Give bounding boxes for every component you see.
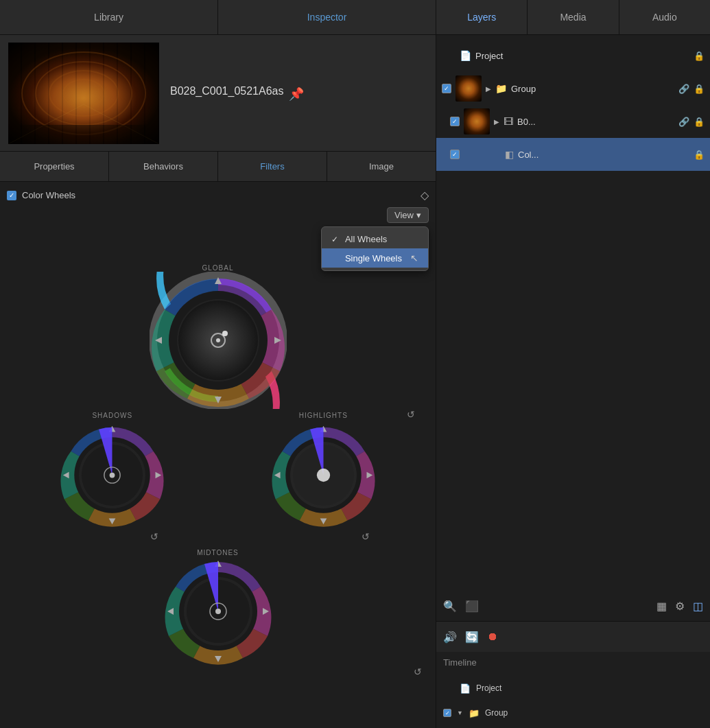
view-dropdown-button[interactable]: View ▾ [387, 207, 429, 223]
layer-b028-name: B0... [517, 117, 674, 127]
b028-expand-icon[interactable]: ▶ [494, 118, 499, 126]
right-panel: 📄 Project 🔒 ✓ ▶ 📁 Group 🔗 🔒 ✓ [436, 35, 710, 728]
diamond-icon: ◇ [421, 189, 429, 202]
layers-list: 📄 Project 🔒 ✓ ▶ 📁 Group 🔗 🔒 ✓ [436, 35, 710, 591]
b028-film-icon: 🎞 [504, 116, 513, 127]
b028-link-icon[interactable]: 🔗 [678, 117, 689, 127]
layer-row-group[interactable]: ✓ ▶ 📁 Group 🔗 🔒 [436, 72, 710, 105]
col-lock-icon[interactable]: 🔒 [694, 150, 705, 160]
layer-row-b028[interactable]: ✓ ▶ 🎞 B0... 🔗 🔒 [436, 105, 710, 138]
tl-project-name: Project [476, 683, 501, 693]
tab-audio[interactable]: Audio [619, 0, 710, 34]
group-folder-icon: 📁 [495, 83, 507, 94]
project-lock-icon[interactable]: 🔒 [694, 51, 705, 61]
tl-project-icon: 📄 [460, 683, 471, 694]
main-content: B028_C001_0521A6as 📌 Properties Behavior… [0, 35, 710, 728]
tab-media[interactable]: Media [528, 0, 619, 34]
layer-col-name: Col... [518, 150, 689, 160]
tl-group-checkbox[interactable]: ✓ [443, 709, 451, 717]
view-dropdown-container: View ▾ ✓ All Wheels Single Wheels ↖ [7, 207, 429, 223]
global-wheel[interactable] [150, 272, 287, 409]
loop-icon[interactable]: 🔄 [465, 631, 479, 644]
timeline-label: Timeline [436, 652, 710, 673]
midtones-label: MIDTONES [197, 549, 239, 556]
tab-properties[interactable]: Properties [0, 152, 109, 181]
cursor-icon: ↖ [410, 253, 418, 263]
global-reset-icon[interactable]: ↺ [407, 409, 415, 420]
preview-thumbnail [8, 43, 159, 144]
grid-toolbar-icon[interactable]: ▦ [656, 600, 667, 613]
shadows-label: SHADOWS [92, 412, 132, 419]
left-panel: B028_C001_0521A6as 📌 Properties Behavior… [0, 35, 436, 728]
b028-lock-icon[interactable]: 🔒 [694, 117, 705, 127]
layer-row-col[interactable]: ✓ ◧ Col... 🔒 [436, 138, 710, 171]
highlights-reset-icon[interactable]: ↺ [362, 531, 370, 542]
preview-area: B028_C001_0521A6as 📌 [0, 35, 436, 152]
svg-point-44 [215, 609, 221, 614]
col-filter-icon: ◧ [505, 149, 514, 160]
tab-inspector[interactable]: Inspector [218, 0, 436, 34]
group-thumb [455, 75, 482, 102]
layers-toolbar: 🔍 ⬛ ▦ ⚙ ◫ [436, 591, 710, 621]
b028-checkbox[interactable]: ✓ [450, 117, 460, 126]
chevron-down-icon: ▾ [416, 210, 421, 220]
timeline-toolbar: 🔊 🔄 ⏺ [436, 622, 710, 652]
top-tab-bar: Library Inspector Layers Media Audio [0, 0, 710, 35]
tab-image[interactable]: Image [327, 152, 436, 181]
record-icon[interactable]: ⏺ [487, 631, 498, 643]
timeline-layers: 📄 Project ✓ ▼ 📁 Group [436, 673, 710, 728]
tab-filters[interactable]: Filters [218, 152, 327, 181]
dropdown-item-single-wheels[interactable]: Single Wheels ↖ [322, 248, 428, 268]
sub-tabs: Properties Behaviors Filters Image [0, 152, 436, 182]
midtones-reset-icon[interactable]: ↺ [414, 666, 422, 677]
speaker-icon[interactable]: 🔊 [443, 631, 457, 644]
shadows-wheel[interactable] [59, 422, 165, 528]
timeline-row-group[interactable]: ✓ ▼ 📁 Group [436, 701, 710, 725]
highlights-wheel[interactable] [270, 422, 377, 528]
group-expand-icon[interactable]: ▶ [486, 85, 491, 93]
color-wheels-header: ✓ Color Wheels ◇ [7, 189, 429, 202]
group-lock-icon[interactable]: 🔒 [694, 84, 705, 94]
svg-rect-7 [8, 125, 159, 144]
group-checkbox[interactable]: ✓ [442, 84, 451, 93]
midtones-wheel[interactable] [163, 556, 273, 666]
tl-group-icon: 📁 [469, 708, 480, 718]
tl-group-expand[interactable]: ▼ [457, 709, 463, 716]
tl-group-name: Group [485, 708, 508, 718]
layer-project-name: Project [475, 51, 689, 61]
rect-toolbar-icon[interactable]: ⬛ [465, 600, 479, 613]
svg-point-17 [216, 338, 220, 342]
checkmark-icon: ✓ [331, 235, 340, 244]
tab-layers[interactable]: Layers [436, 0, 528, 34]
shadows-reset-icon[interactable]: ↺ [150, 531, 158, 542]
tab-behaviors[interactable]: Behaviors [109, 152, 218, 181]
layer-row-project[interactable]: 📄 Project 🔒 [436, 39, 710, 72]
color-wheels-title-text: Color Wheels [22, 190, 75, 200]
project-doc-icon: 📄 [460, 50, 471, 61]
svg-point-18 [222, 331, 228, 336]
global-label: GLOBAL [202, 264, 233, 272]
view-dropdown-menu: ✓ All Wheels Single Wheels ↖ [321, 226, 429, 271]
highlights-label: HIGHLIGHTS [299, 412, 348, 419]
col-checkbox[interactable]: ✓ [450, 150, 460, 159]
search-toolbar-icon[interactable]: 🔍 [443, 600, 457, 613]
b028-thumb [464, 108, 490, 134]
group-link-icon[interactable]: 🔗 [678, 84, 689, 94]
timeline-row-project[interactable]: 📄 Project [436, 676, 710, 701]
color-wheels-checkbox[interactable]: ✓ [7, 191, 16, 200]
stack-toolbar-icon[interactable]: ◫ [693, 600, 703, 613]
dropdown-item-all-wheels[interactable]: ✓ All Wheels [322, 230, 428, 248]
pin-icon[interactable]: 📌 [289, 86, 304, 102]
timeline-section: 🔊 🔄 ⏺ Timeline 📄 Project ✓ ▼ 📁 Group [436, 621, 710, 728]
layer-group-name: Group [511, 84, 674, 94]
svg-point-27 [110, 473, 115, 478]
gear-toolbar-icon[interactable]: ⚙ [675, 600, 685, 613]
preview-title-text: B028_C001_0521A6as [170, 85, 283, 97]
color-wheels-panel: ✓ Color Wheels ◇ View ▾ ✓ All Wheels [0, 182, 436, 728]
tab-library[interactable]: Library [0, 0, 218, 34]
svg-point-35 [317, 469, 330, 482]
